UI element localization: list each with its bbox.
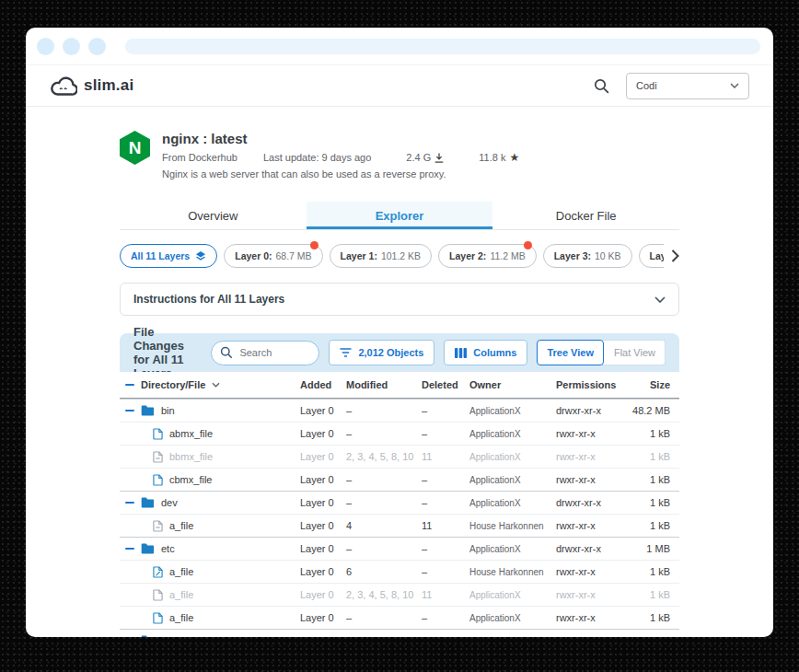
table-body: binLayer 0––ApplicationXdrwxr-xr-x48.2 M… (120, 399, 679, 637)
file-name: a_file (169, 612, 193, 623)
cell-deleted: – (422, 635, 469, 637)
layer-chip-row: All 11 LayersLayer 0:68.7 MBLayer 1:101.… (120, 244, 679, 268)
cell-deleted: – (422, 428, 469, 439)
tree-view-button[interactable]: Tree View (537, 340, 604, 365)
collapse-minus-icon[interactable] (125, 498, 134, 507)
file-name: abmx_file (169, 428, 213, 439)
column-header-owner: Owner (469, 379, 556, 390)
brand-logo[interactable]: slim.ai (50, 75, 133, 97)
layer-chip-layer-4[interactable]: Layer 4:401.4 KB (639, 244, 664, 268)
cell-size: 1 kB (620, 566, 670, 577)
cell-deleted: 11 (422, 451, 469, 462)
cell-owner: ApplicationX (469, 636, 556, 638)
table-row-bin[interactable]: binLayer 0––ApplicationXdrwxr-xr-x48.2 M… (120, 399, 679, 422)
collapse-minus-icon[interactable] (125, 636, 134, 637)
folder-icon (141, 497, 155, 508)
table-row-a_file[interactable]: a_fileLayer 0411House Harkonnenrwxr-xr-x… (120, 514, 679, 537)
table-header-row: Directory/File Added Modified Deleted Ow… (120, 372, 679, 399)
cell-added: Layer 0 (300, 543, 346, 554)
cell-size: 1 kB (620, 428, 670, 439)
file-removed-icon (153, 520, 163, 532)
cell-added: Layer 0 (300, 428, 346, 439)
table-row-abmx_file[interactable]: abmx_fileLayer 0––ApplicationXrwxr-xr-x1… (120, 422, 679, 445)
cell-size: 1 kB (620, 497, 670, 508)
cell-added: Layer 0 (300, 566, 346, 577)
layers-icon (195, 250, 206, 261)
stars-value: 11.8 k (479, 152, 505, 163)
chevron-right-icon[interactable] (671, 249, 679, 262)
cell-owner: ApplicationX (469, 590, 556, 600)
cell-added: Layer 0 (300, 451, 346, 462)
app-header: slim.ai Codi (26, 65, 773, 107)
cell-modified: – (346, 612, 422, 623)
cell-size: 1 kB (620, 589, 670, 600)
column-header-directory-file[interactable]: Directory/File (141, 379, 205, 390)
file-name: bbmx_file (169, 451, 213, 462)
chevron-down-icon[interactable] (212, 382, 220, 388)
cloud-logo-icon (50, 75, 77, 97)
tab-bar: Overview Explorer Docker File (120, 202, 679, 230)
column-header-added: Added (300, 379, 346, 390)
instructions-accordion[interactable]: Instructions for All 11 Layers (120, 283, 679, 316)
flat-view-button[interactable]: Flat View (602, 340, 666, 365)
cell-owner: ApplicationX (469, 613, 556, 623)
cell-permissions: rwxr-xr-x (556, 451, 620, 462)
table-row-a_file[interactable]: a_fileLayer 06–House Harkonnenrwxr-xr-x1… (120, 560, 679, 583)
cell-permissions: drwxr-xr-x (556, 405, 620, 416)
layer-chip-size: 10 KB (595, 250, 621, 261)
user-dropdown-value: Codi (636, 80, 657, 91)
file-removed-icon (153, 451, 163, 463)
collapse-minus-icon[interactable] (125, 406, 134, 415)
image-title: nginx : latest (162, 131, 519, 147)
collapse-all-minus-icon[interactable] (125, 380, 134, 389)
tab-overview[interactable]: Overview (120, 202, 307, 229)
layer-chip-label: Layer 1: (341, 250, 377, 261)
folder-icon (141, 543, 155, 554)
layer-chip-all-11-layers[interactable]: All 11 Layers (120, 244, 217, 268)
chevron-down-icon[interactable] (654, 296, 666, 303)
cell-modified: – (346, 428, 422, 439)
cell-added: Layer 0 (300, 635, 346, 637)
cell-deleted: 11 (422, 589, 469, 600)
address-bar[interactable] (125, 39, 760, 54)
instructions-title: Instructions for All 11 Layers (133, 293, 284, 306)
user-dropdown[interactable]: Codi (626, 73, 749, 99)
cell-modified: – (346, 474, 422, 485)
file-modified-icon (153, 566, 163, 578)
table-row-etc[interactable]: etcLayer 0––ApplicationXdrwxr-xr-x1 MB (120, 537, 679, 560)
tab-docker-file[interactable]: Docker File (492, 202, 679, 229)
cell-owner: House Harkonnen (469, 567, 556, 577)
table-row-cbmx_file[interactable]: cbmx_fileLayer 0––ApplicationXrwxr-xr-x1… (120, 468, 679, 491)
objects-filter-button[interactable]: 2,012 Objects (329, 340, 434, 365)
collapse-minus-icon[interactable] (125, 544, 134, 553)
columns-button[interactable]: Columns (444, 340, 527, 365)
layer-chip-layer-0[interactable]: Layer 0:68.7 MB (224, 244, 322, 268)
table-row-bbmx_file[interactable]: bbmx_fileLayer 02, 3, 4, 5, 8, 1011Appli… (120, 445, 679, 468)
layer-chip-layer-1[interactable]: Layer 1:101.2 KB (330, 244, 432, 268)
chrome-circle (37, 38, 54, 55)
image-source: From Dockerhub (162, 152, 237, 163)
table-row-a_file[interactable]: a_fileLayer 02, 3, 4, 5, 8, 1011Applicat… (120, 583, 679, 606)
cell-owner: ApplicationX (469, 406, 556, 416)
layer-chip-layer-2[interactable]: Layer 2:11.2 MB (438, 244, 537, 268)
table-row-a_file[interactable]: a_fileLayer 0––ApplicationXrwxr-xr-x1 kB (120, 606, 679, 629)
cell-size: 1 MB (620, 543, 670, 554)
notification-dot (524, 241, 532, 249)
layer-chip-label: Layer 3: (554, 250, 591, 261)
tab-explorer[interactable]: Explorer (307, 202, 493, 229)
layer-chip-size: 68.7 MB (276, 250, 312, 261)
cell-added: Layer 0 (300, 497, 346, 508)
search-icon[interactable] (594, 78, 609, 94)
download-icon (434, 153, 444, 163)
cell-modified: – (346, 405, 422, 416)
folder-icon (141, 635, 155, 637)
table-row-dev[interactable]: devLayer 0––ApplicationXdrwxr-xr-x1 kB (120, 491, 679, 514)
chrome-circle (63, 38, 80, 55)
file-icon (153, 474, 163, 486)
file-name: a_file (169, 520, 193, 531)
table-row-home[interactable]: homeLayer 0––ApplicationXdrwxr-xr-x2 kB (120, 629, 679, 637)
cell-added: Layer 0 (300, 405, 346, 416)
cell-deleted: – (422, 566, 469, 577)
layer-chip-layer-3[interactable]: Layer 3:10 KB (543, 244, 632, 268)
column-header-permissions: Permissions (556, 379, 620, 390)
